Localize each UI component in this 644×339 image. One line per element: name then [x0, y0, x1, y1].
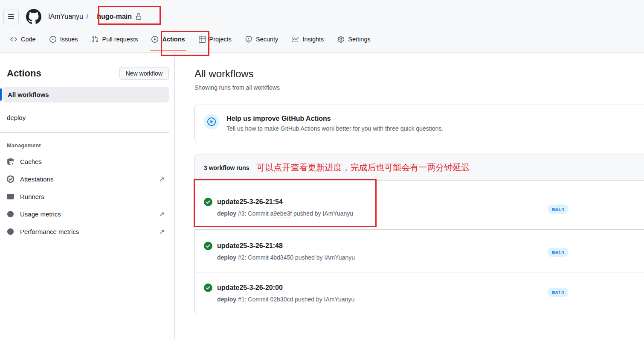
- run-meta-text: #2: Commit: [238, 254, 269, 261]
- feedback-banner[interactable]: Help us improve GitHub Actions Tell us h…: [194, 105, 644, 142]
- main-content: All workflows Showing runs from all work…: [175, 53, 644, 314]
- workflow-run-row[interactable]: update25-3-26-21:54 deploy #3: Commit a9…: [195, 181, 644, 230]
- tab-label: Issues: [60, 36, 78, 43]
- tab-label: Settings: [348, 36, 370, 43]
- sidebar-item-workflow-deploy[interactable]: deploy: [0, 107, 169, 128]
- tab-label: Insights: [302, 36, 324, 43]
- issue-icon: [49, 36, 56, 43]
- run-title-link[interactable]: update25-3-26-20:00: [217, 284, 283, 292]
- play-icon: [151, 36, 158, 43]
- app-header: IAmYuanyu / hugo-main: [0, 0, 644, 26]
- workflow-name-link[interactable]: deploy: [217, 296, 236, 303]
- shield-icon: [245, 36, 252, 43]
- hamburger-icon: [8, 13, 15, 20]
- workflow-runs-header: 3 workflow runs 可以点开查看更新进度，完成后也可能会有一两分钟延…: [195, 155, 644, 181]
- workflow-name-link[interactable]: deploy: [217, 254, 236, 261]
- tab-code[interactable]: Code: [6, 26, 40, 52]
- workflow-runs-list: 3 workflow runs 可以点开查看更新进度，完成后也可能会有一两分钟延…: [194, 155, 644, 314]
- sidebar-item-label: Usage metrics: [20, 210, 61, 218]
- breadcrumb: IAmYuanyu / hugo-main: [48, 9, 147, 24]
- workflow-runs-count: 3 workflow runs: [204, 164, 249, 171]
- sidebar-item-attestations[interactable]: Attestations ↗: [0, 170, 169, 188]
- sidebar-item-usage-metrics[interactable]: Usage metrics ↗: [0, 205, 169, 223]
- commit-link[interactable]: a9ebe3f: [270, 210, 292, 217]
- actions-sidebar: Actions New workflow All workflows deplo…: [0, 53, 175, 339]
- sidebar-item-all-workflows[interactable]: All workflows: [3, 87, 169, 102]
- sidebar-item-label: Caches: [20, 158, 42, 165]
- page-title: All workflows: [194, 67, 644, 81]
- run-meta: deploy #1: Commit 02b30cd pushed by IAmY…: [195, 296, 644, 303]
- tab-label: Code: [21, 36, 36, 43]
- tab-settings[interactable]: Settings: [334, 26, 374, 52]
- cache-icon: [7, 158, 14, 165]
- new-workflow-button[interactable]: New workflow: [119, 67, 169, 80]
- external-link-icon: ↗: [159, 210, 165, 218]
- sidebar-item-caches[interactable]: Caches: [0, 153, 169, 170]
- run-meta-text: pushed by IAmYuanyu: [295, 296, 354, 303]
- commit-link[interactable]: 02b30cd: [270, 296, 293, 303]
- branch-badge[interactable]: main: [548, 248, 569, 257]
- tab-actions[interactable]: Actions: [148, 26, 189, 52]
- breadcrumb-owner-link[interactable]: IAmYuanyu: [48, 13, 83, 20]
- branch-badge[interactable]: main: [548, 205, 569, 214]
- tab-insights[interactable]: Insights: [288, 26, 328, 52]
- github-logo-icon[interactable]: [26, 9, 41, 24]
- page-subtitle: Showing runs from all workflows: [194, 83, 644, 92]
- tab-label: Security: [256, 36, 278, 43]
- run-title-link[interactable]: update25-3-26-21:48: [217, 242, 283, 250]
- sidebar-title: Actions: [7, 68, 41, 79]
- success-check-icon: [204, 198, 212, 206]
- repo-name: hugo-main: [97, 13, 132, 20]
- code-icon: [10, 36, 17, 43]
- run-meta-text: pushed by IAmYuanyu: [295, 254, 355, 261]
- selected-indicator-bar: [0, 88, 2, 101]
- sidebar-item-label: Performance metrics: [20, 228, 79, 235]
- sidebar-item-performance-metrics[interactable]: Performance metrics ↗: [0, 223, 169, 240]
- graph-icon: [292, 36, 299, 43]
- banner-title: Help us improve GitHub Actions: [226, 114, 443, 123]
- external-link-icon: ↗: [159, 228, 165, 236]
- sidebar-item-label: Runners: [20, 193, 44, 200]
- tab-label: Actions: [162, 36, 185, 43]
- repo-nav: Code Issues Pull requests Actions Projec…: [0, 26, 644, 53]
- lock-icon: [135, 13, 142, 20]
- breadcrumb-repo-link[interactable]: hugo-main: [92, 9, 147, 24]
- tab-security[interactable]: Security: [241, 26, 282, 52]
- meter-icon: [7, 228, 14, 235]
- projects-icon: [199, 36, 206, 43]
- workflow-run-row[interactable]: update25-3-26-20:00 deploy #1: Commit 02…: [195, 272, 644, 314]
- branch-badge[interactable]: main: [548, 288, 569, 297]
- gear-icon: [337, 36, 344, 43]
- success-check-icon: [204, 242, 212, 250]
- tab-pull-requests[interactable]: Pull requests: [88, 26, 142, 52]
- tab-projects[interactable]: Projects: [195, 26, 235, 52]
- external-link-icon: ↗: [159, 175, 165, 183]
- commit-link[interactable]: 4bd3450: [270, 254, 293, 261]
- annotation-note-text: 可以点开查看更新进度，完成后也可能会有一两分钟延迟: [257, 162, 470, 173]
- server-icon: [7, 193, 14, 200]
- management-heading: Management: [0, 133, 169, 153]
- tab-issues[interactable]: Issues: [46, 26, 82, 52]
- run-meta: deploy #3: Commit a9ebe3f pushed by IAmY…: [195, 210, 644, 217]
- sidebar-item-runners[interactable]: Runners: [0, 188, 169, 205]
- run-title-link[interactable]: update25-3-26-21:54: [217, 198, 283, 206]
- run-meta-text: #3: Commit: [238, 210, 269, 217]
- run-meta-text: pushed by IAmYuanyu: [293, 210, 353, 217]
- workflow-name-link[interactable]: deploy: [217, 210, 236, 217]
- tab-label: Pull requests: [102, 36, 138, 43]
- run-meta: deploy #2: Commit 4bd3450 pushed by IAmY…: [195, 254, 644, 261]
- play-circle-icon: [204, 114, 219, 129]
- verified-badge-icon: [7, 175, 14, 183]
- workflow-run-row[interactable]: update25-3-26-21:48 deploy #2: Commit 4b…: [195, 230, 644, 272]
- success-check-icon: [204, 283, 212, 292]
- run-meta-text: #1: Commit: [238, 296, 269, 303]
- banner-description: Tell us how to make GitHub Actions work …: [226, 125, 443, 132]
- tab-label: Projects: [209, 36, 232, 43]
- meter-icon: [7, 210, 14, 218]
- pull-request-icon: [92, 36, 99, 43]
- sidebar-item-label: Attestations: [20, 175, 53, 183]
- hamburger-menu-button[interactable]: [3, 9, 19, 24]
- breadcrumb-separator: /: [87, 13, 88, 20]
